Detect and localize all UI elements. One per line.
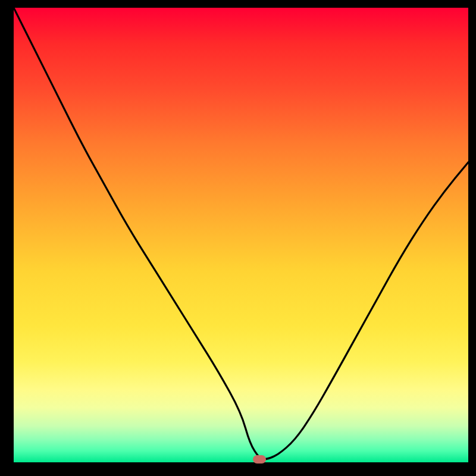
min-point-marker (253, 455, 266, 464)
chart-frame: TheBottleneck.com (8, 8, 468, 468)
plot-area (14, 8, 468, 462)
bottleneck-curve (14, 8, 468, 462)
